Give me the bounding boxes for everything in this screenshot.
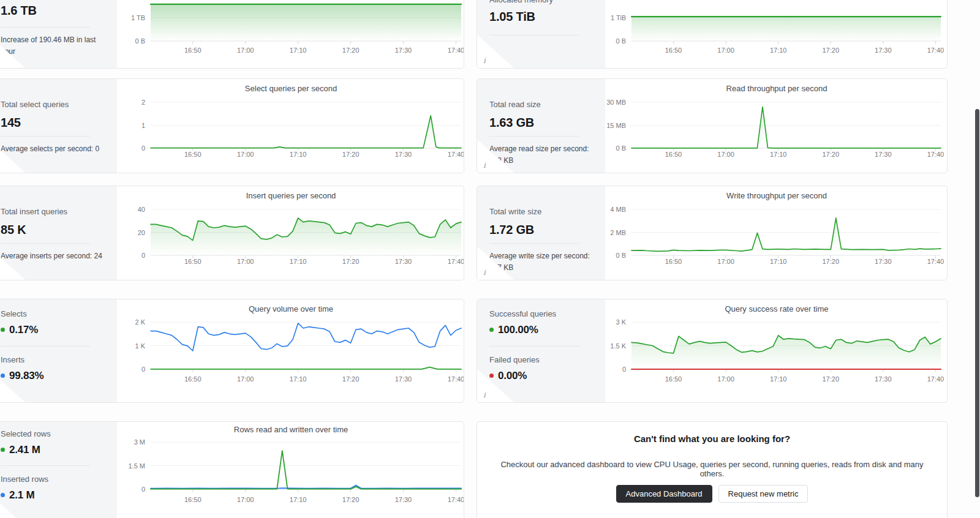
svg-text:17:10: 17:10	[290, 375, 307, 383]
info-icon[interactable]: i	[483, 161, 486, 170]
info-icon[interactable]: i	[483, 391, 486, 399]
svg-text:17:30: 17:30	[875, 151, 892, 158]
svg-text:17:20: 17:20	[822, 47, 839, 54]
svg-text:17:30: 17:30	[875, 258, 892, 265]
svg-text:Rows read and written over tim: Rows read and written over time	[234, 425, 348, 434]
stat-label: Inserted rows	[1, 475, 110, 484]
svg-text:17:30: 17:30	[395, 151, 412, 158]
stat-label: Allocated memory	[489, 0, 598, 4]
svg-text:0 B: 0 B	[616, 145, 626, 152]
svg-text:17:10: 17:10	[770, 47, 787, 54]
info-icon[interactable]: i	[483, 56, 486, 65]
svg-text:17:20: 17:20	[822, 151, 839, 158]
promo-buttons: Advanced Dashboard Request new metric	[477, 485, 947, 503]
read-throughput-chart: 30 MB15 MB0 B16:5017:0017:1017:2017:3017…	[605, 79, 948, 173]
svg-text:0: 0	[141, 366, 145, 373]
promo-title: Can't find what you are looking for?	[477, 434, 947, 444]
chart-area: 3 M1.5 M016:5017:0017:1017:2017:3017:40R…	[117, 422, 464, 518]
success-rate-card: Successful queries 100.00% Failed querie…	[477, 299, 948, 403]
stat-label: Inserts	[1, 355, 110, 364]
divider	[489, 243, 579, 244]
stat-value: 145	[1, 116, 21, 130]
svg-text:17:20: 17:20	[822, 258, 839, 265]
svg-text:17:00: 17:00	[237, 496, 254, 503]
svg-text:1 K: 1 K	[135, 342, 145, 350]
stat-label: Selected rows	[1, 429, 110, 438]
svg-text:17:30: 17:30	[395, 375, 412, 383]
svg-text:16:50: 16:50	[665, 258, 682, 265]
svg-text:0: 0	[141, 145, 145, 152]
successful-dot	[489, 328, 494, 332]
stat-value: 1.6 TB	[1, 4, 37, 18]
divider	[1, 465, 90, 466]
write-size-card: Total write size 1.72 GB Average write s…	[477, 186, 948, 280]
advanced-dashboard-button[interactable]: Advanced Dashboard	[616, 485, 712, 503]
svg-text:40: 40	[138, 206, 145, 213]
divider	[1, 136, 90, 137]
stat-value: 1.72 GB	[489, 223, 534, 237]
stat-panel: Allocated memory 1.05 TiB i	[477, 0, 605, 68]
svg-text:17:00: 17:00	[237, 151, 254, 158]
svg-text:17:00: 17:00	[717, 47, 734, 54]
svg-text:17:10: 17:10	[290, 496, 307, 503]
svg-text:17:10: 17:10	[290, 151, 307, 158]
svg-text:0 B: 0 B	[135, 37, 145, 45]
svg-text:17:10: 17:10	[770, 258, 787, 265]
svg-text:17:20: 17:20	[342, 496, 360, 503]
svg-text:17:40: 17:40	[448, 496, 464, 503]
svg-text:Select queries per second: Select queries per second	[245, 84, 337, 93]
svg-text:3 K: 3 K	[616, 318, 626, 326]
svg-text:0 B: 0 B	[616, 252, 626, 259]
svg-text:2 MB: 2 MB	[610, 229, 626, 236]
stat-label: Successful queries	[489, 309, 598, 318]
stat-label: Failed queries	[489, 355, 598, 364]
metrics-dashboard: 1.6 TB Increase of 190.46 MB in last hou…	[0, 0, 980, 518]
svg-text:17:20: 17:20	[822, 375, 839, 383]
svg-text:17:40: 17:40	[927, 47, 944, 54]
corner-fold	[0, 139, 26, 173]
svg-text:17:20: 17:20	[342, 47, 360, 54]
svg-text:15 MB: 15 MB	[606, 122, 626, 129]
stat-value: 85 K	[1, 223, 26, 237]
svg-text:1.5 M: 1.5 M	[128, 462, 145, 470]
stat-panel: Total select queries 145 Average selects…	[0, 79, 117, 173]
promo-body: Checkout our advanced dashboard to view …	[494, 460, 930, 478]
svg-text:17:10: 17:10	[290, 258, 307, 265]
svg-text:17:00: 17:00	[237, 47, 254, 54]
stat-label: Total write size	[489, 207, 598, 216]
rows-card: Selected rows 2.41 M Inserted rows 2.1 M…	[0, 421, 464, 518]
info-icon[interactable]: i	[483, 268, 486, 277]
svg-text:17:20: 17:20	[342, 258, 360, 265]
selects-dot	[1, 328, 5, 332]
select-queries-card: Total select queries 145 Average selects…	[0, 78, 464, 173]
svg-text:16:50: 16:50	[665, 47, 682, 54]
vertical-scrollbar[interactable]	[975, 109, 979, 497]
stat-panel: Selected rows 2.41 M Inserted rows 2.1 M	[0, 422, 117, 518]
svg-text:0 B: 0 B	[616, 37, 626, 45]
svg-text:17:40: 17:40	[448, 375, 464, 383]
chart-area: 30 MB15 MB0 B16:5017:0017:1017:2017:3017…	[605, 79, 947, 173]
svg-text:Write throughput per second: Write throughput per second	[726, 191, 827, 200]
svg-text:17:20: 17:20	[342, 375, 360, 383]
chart-area: 1 TB0 B16:5017:0017:1017:2017:3017:40	[117, 0, 464, 68]
svg-text:16:50: 16:50	[184, 258, 202, 265]
svg-text:17:00: 17:00	[717, 258, 734, 265]
svg-text:1: 1	[141, 122, 145, 129]
query-volume-chart: 2 K1 K016:5017:0017:1017:2017:3017:40Que…	[117, 299, 464, 403]
divider	[489, 346, 579, 347]
stat-panel: 1.6 TB Increase of 190.46 MB in last hou…	[0, 0, 117, 68]
stat-panel: Selects 0.17% Inserts 99.83% i	[0, 299, 117, 402]
svg-text:17:00: 17:00	[237, 375, 254, 383]
stat-label: Total read size	[489, 100, 598, 109]
stat-panel: Total read size 1.63 GB Average read siz…	[477, 79, 605, 173]
svg-text:16:50: 16:50	[665, 151, 682, 158]
svg-text:16:50: 16:50	[184, 375, 202, 383]
svg-text:16:50: 16:50	[184, 151, 202, 158]
read-size-card: Total read size 1.63 GB Average read siz…	[477, 78, 948, 173]
request-new-metric-button[interactable]: Request new metric	[718, 485, 809, 503]
svg-text:17:40: 17:40	[927, 375, 944, 383]
svg-text:17:30: 17:30	[875, 47, 892, 54]
svg-text:17:40: 17:40	[927, 258, 944, 265]
svg-text:17:30: 17:30	[875, 375, 892, 383]
stat-value: 1.05 TiB	[489, 10, 535, 24]
